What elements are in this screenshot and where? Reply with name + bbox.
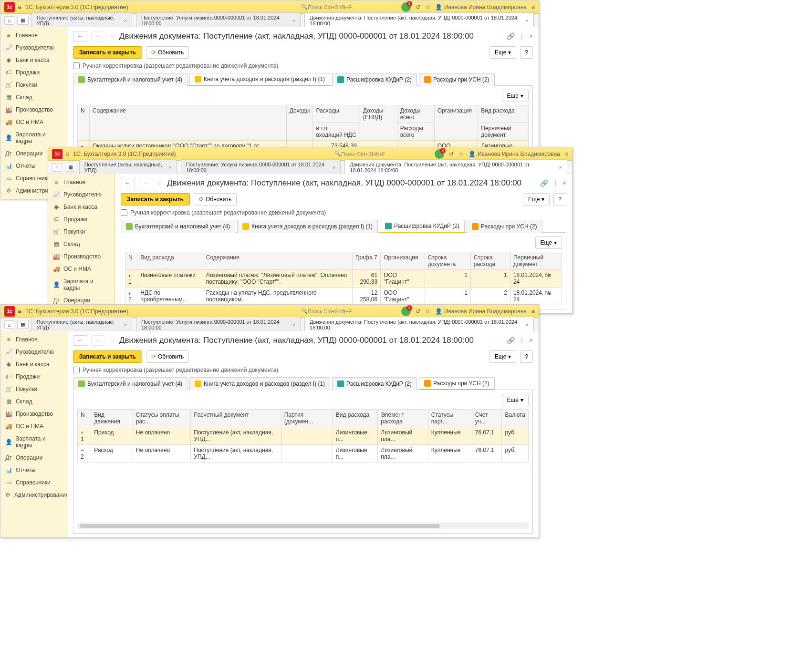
col-rashody-vsego[interactable]: Расходы всего (397, 123, 434, 141)
close-icon[interactable]: × (169, 164, 172, 170)
close-icon[interactable]: × (529, 32, 533, 40)
col-stroka-doc[interactable]: Строка документа (425, 252, 470, 270)
favorite-icon[interactable]: ☆ (425, 308, 430, 315)
close-icon[interactable]: × (292, 322, 295, 328)
inner-tab-buh[interactable]: Бухгалтерский и налоговый учет (4) (121, 220, 235, 233)
sidebar-rukovoditelyu[interactable]: 📈Руководителю (48, 188, 115, 201)
sidebar-prodazhi[interactable]: 🏷Продажи (48, 213, 115, 226)
manual-correction-checkbox[interactable] (121, 209, 127, 216)
favorite-icon[interactable]: ☆ (458, 151, 464, 157)
col-rashody[interactable]: Расходы (313, 105, 360, 123)
help-button[interactable]: ? (520, 350, 533, 363)
col-status-part[interactable]: Статусы парт... (428, 410, 472, 427)
sidebar-bank[interactable]: ◉Банк и касса (0, 358, 67, 370)
star-icon[interactable]: ☆ (109, 337, 115, 344)
table-more-button[interactable]: Еще ▾ (502, 90, 529, 102)
more-button[interactable]: Еще ▾ (523, 193, 550, 206)
link-icon[interactable]: 🔗 (540, 179, 548, 187)
sidebar-prodazhi[interactable]: 🏷Продажи (0, 66, 67, 79)
col-vid-dv[interactable]: Вид движения (91, 410, 133, 427)
sidebar-zarplata[interactable]: 👤Зарплата и кадры (0, 432, 67, 452)
tab-postuplenie-list[interactable]: Поступление (акты, накладные, УПД)× (31, 12, 132, 28)
link-icon[interactable]: 🔗 (507, 32, 515, 40)
manual-correction-checkbox[interactable] (73, 367, 80, 373)
sidebar-otchety[interactable]: 📊Отчеты (0, 464, 67, 476)
tab-postuplenie-list[interactable]: Поступление (акты, накладные, УПД)× (79, 159, 177, 175)
more-icon[interactable]: ⋮ (519, 32, 525, 40)
col-perv[interactable]: Первичный документ (478, 123, 529, 141)
col-n[interactable]: N (78, 410, 91, 427)
tab-postuplenie-list[interactable]: Поступление (акты, накладные, УПД)× (31, 317, 132, 332)
sidebar-pokupki[interactable]: 🛒Покупки (0, 383, 67, 395)
sidebar-rukovoditelyu[interactable]: 📈Руководителю (0, 41, 67, 54)
more-icon[interactable]: ⋮ (552, 179, 559, 187)
back-button[interactable]: ← (121, 178, 135, 188)
search-input[interactable]: Поиск Ctrl+Shift+F (301, 308, 396, 314)
notification-icon[interactable] (401, 2, 411, 12)
sections-button[interactable]: ▦ (65, 163, 76, 172)
col-n[interactable]: N (78, 105, 90, 141)
manual-correction-checkbox[interactable] (73, 62, 80, 69)
more-button[interactable]: Еще ▾ (489, 46, 516, 59)
inner-tab-kudir[interactable]: Книга учета доходов и расходов (раздел I… (237, 220, 378, 233)
close-icon[interactable]: × (124, 18, 126, 23)
user-menu[interactable]: 👤Иванова Ирина Владимировна (435, 4, 527, 10)
inner-tab-buh[interactable]: Бухгалтерский и налоговый учет (4) (73, 377, 187, 390)
more-button[interactable]: Еще ▾ (489, 350, 516, 363)
sidebar-proizvodstvo[interactable]: 🏭Производство (0, 103, 67, 116)
sidebar-os-nma[interactable]: 🚚ОС и НМА (48, 263, 115, 275)
col-rasch-doc[interactable]: Расчетный документ (191, 410, 281, 427)
search-input[interactable]: Поиск Ctrl+Shift+F (334, 151, 430, 157)
close-icon[interactable]: × (526, 18, 529, 23)
sidebar-rukovoditelyu[interactable]: 📈Руководителю (0, 346, 67, 358)
inner-tab-kudir[interactable]: Книга учета доходов и расходов (раздел I… (189, 73, 330, 86)
menu-icon[interactable]: ≡ (65, 150, 69, 158)
col-envd[interactable]: Доходы (ЕНВД) (360, 105, 397, 141)
horizontal-scrollbar[interactable] (77, 523, 529, 529)
help-button[interactable]: ? (520, 46, 533, 59)
tab-uslugi-lizinga[interactable]: Поступление: Услуги лизинга 0000-000001 … (136, 317, 301, 332)
tab-uslugi-lizinga[interactable]: Поступление: Услуги лизинга 0000-000001 … (136, 12, 301, 28)
col-vid-ras[interactable]: Вид расхода (333, 410, 378, 427)
window-menu-icon[interactable]: ≡ (531, 308, 535, 315)
save-close-button[interactable]: Записать и закрыть (73, 46, 142, 59)
sidebar-glavnoe[interactable]: ≡Главное (48, 176, 115, 188)
tab-dvizheniya[interactable]: Движения документа: Поступление (акт, на… (304, 317, 534, 333)
col-dohody-vsego[interactable]: Доходы всего (397, 105, 434, 123)
close-icon[interactable]: × (333, 164, 335, 170)
sidebar-glavnoe[interactable]: ≡Главное (0, 333, 67, 346)
col-org[interactable]: Организация (381, 252, 425, 270)
home-button[interactable]: ⌂ (4, 16, 14, 25)
tab-uslugi-lizinga[interactable]: Поступление: Услуги лизинга 0000-000001 … (181, 159, 341, 175)
col-sod[interactable]: Содержание (203, 252, 352, 270)
sections-button[interactable]: ▦ (17, 16, 29, 25)
close-icon[interactable]: × (562, 179, 566, 187)
sidebar-os-nma[interactable]: 🚚ОС и НМА (0, 420, 67, 432)
window-menu-icon[interactable]: ≡ (565, 151, 568, 157)
close-icon[interactable]: × (526, 322, 529, 328)
refresh-button[interactable]: ⟳Обновить (146, 350, 189, 363)
user-menu[interactable]: 👤Иванова Ирина Владимировна (435, 308, 527, 315)
table-row[interactable]: ● 1 Лизинговые платежи Лизинговый платеж… (125, 270, 562, 288)
col-elem[interactable]: Элемент расхода (378, 410, 428, 427)
col-vid[interactable]: Вид расхода (478, 105, 529, 123)
search-input[interactable]: Поиск Ctrl+Shift+F (301, 4, 396, 10)
save-close-button[interactable]: Записать и закрыть (121, 193, 190, 206)
back-button[interactable]: ← (73, 335, 87, 346)
sidebar-glavnoe[interactable]: ≡Главное (0, 29, 67, 41)
inner-tab-rasshifrovka[interactable]: Расшифровка КУДиР (2) (332, 73, 417, 86)
close-icon[interactable]: × (529, 337, 533, 344)
sidebar-operacii[interactable]: ДтОперации (0, 452, 67, 464)
sidebar-prodazhi[interactable]: 🏷Продажи (0, 370, 67, 383)
col-dohody[interactable]: Доходы (286, 105, 313, 141)
menu-icon[interactable]: ≡ (18, 308, 21, 315)
favorite-icon[interactable]: ☆ (425, 4, 430, 10)
forward-button[interactable]: → (91, 31, 105, 41)
menu-icon[interactable]: ≡ (18, 3, 21, 11)
sidebar-bank[interactable]: ◉Банк и касса (0, 54, 67, 66)
inner-tab-buh[interactable]: Бухгалтерский и налоговый учет (4) (73, 73, 187, 86)
back-button[interactable]: ← (73, 31, 87, 41)
save-close-button[interactable]: Записать и закрыть (73, 350, 142, 363)
table-row[interactable]: + 1 Приход Не оплачено Поступление (акт,… (78, 427, 529, 445)
sidebar-admin[interactable]: ⚙Администрирование (0, 489, 67, 501)
